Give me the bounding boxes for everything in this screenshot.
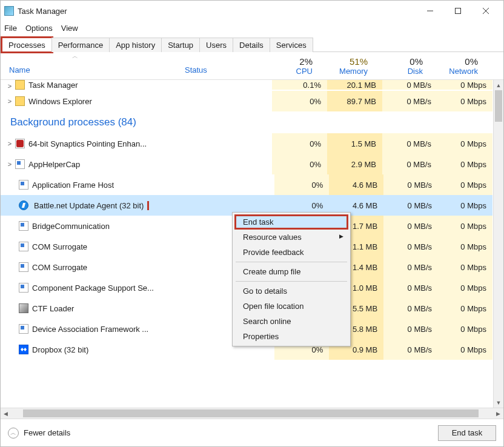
table-row[interactable]: Application Frame Host0%4.6 MB0 MB/s0 Mb… [1,174,492,195]
cell-net: 0 Mbps [438,339,492,360]
menubar: File Options View [1,21,503,35]
tab-app-history[interactable]: App history [109,38,162,52]
table-row[interactable]: >Task Manager0.1%20.1 MB0 MB/s0 Mbps [1,80,492,91]
col-cpu[interactable]: 2% CPU [264,56,319,76]
ctx-properties[interactable]: Properties [234,329,348,344]
tab-details[interactable]: Details [233,38,270,52]
cell-dsk: 0 MB/s [383,216,438,236]
cell-net: 0 Mbps [438,174,492,195]
ctx-separator [236,281,347,282]
cell-net: 0 Mbps [438,257,492,277]
ctx-separator [236,262,347,262]
scroll-up-button[interactable]: ▲ [494,80,503,90]
app-icon [19,180,28,190]
context-menu: End task Resource values Provide feedbac… [232,212,351,346]
col-network[interactable]: 0% Network [429,56,484,76]
cell-dsk: 0 MB/s [383,319,438,339]
chevron-up-icon[interactable]: ︿ [8,428,19,439]
vertical-scrollbar[interactable]: ▲ ▼ [493,80,503,408]
cell-net: 0 Mbps [437,80,492,90]
process-name: CTF Loader [32,304,197,313]
expand-chevron-icon[interactable]: > [4,98,15,105]
scroll-thumb-h[interactable] [23,409,479,417]
cell-dsk: 0 MB/s [383,236,438,257]
ctx-open-file-location[interactable]: Open file location [234,299,348,314]
cell-dsk: 0 MB/s [383,298,438,319]
tab-services[interactable]: Services [270,38,313,52]
process-name: Component Package Support Se... [32,283,197,293]
tab-startup[interactable]: Startup [161,38,200,52]
minimize-button[interactable] [416,2,444,20]
cell-net: 0 Mbps [437,154,492,174]
cell-cpu: 0% [272,91,327,111]
ctx-go-to-details[interactable]: Go to details [234,283,348,299]
close-button[interactable] [472,2,500,20]
scroll-right-button[interactable]: ▶ [493,408,503,419]
ctx-provide-feedback[interactable]: Provide feedback [234,245,348,260]
expand-chevron-icon[interactable]: > [4,82,15,90]
table-row[interactable]: >Windows Explorer0%89.7 MB0 MB/s0 Mbps [1,91,492,111]
process-name: Dropbox (32 bit) [32,345,197,354]
cell-net: 0 Mbps [438,319,492,339]
cell-net: 0 Mbps [438,298,492,319]
process-name: Task Manager [28,81,193,90]
blue-round-icon [19,200,28,210]
group-header-background: Background processes (84) [1,111,492,133]
cell-mem: 1.5 MB [327,133,382,154]
cell-dsk: 0 MB/s [382,154,437,174]
col-memory[interactable]: 51% Memory [319,56,374,76]
cell-net: 0 Mbps [437,91,492,111]
expand-chevron-icon[interactable]: > [4,140,15,147]
cell-net: 0 Mbps [438,236,492,257]
app-icon [19,324,28,334]
process-name: BridgeCommunication [32,222,197,231]
end-task-button[interactable]: End task [438,425,496,441]
cell-mem: 2.9 MB [327,154,382,174]
window-title: Task Manager [18,7,416,16]
ctx-create-dump[interactable]: Create dump file [234,264,348,279]
tabbar: Processes Performance App history Startu… [1,37,503,52]
process-name: COM Surrogate [32,242,197,251]
cell-dsk: 0 MB/s [383,174,438,195]
menu-view[interactable]: View [61,24,78,33]
cell-dsk: 0 MB/s [383,277,438,298]
fewer-details-toggle[interactable]: Fewer details [24,428,438,437]
tab-performance[interactable]: Performance [51,38,110,52]
process-table: >Task Manager0.1%20.1 MB0 MB/s0 Mbps>Win… [1,80,503,408]
cell-dsk: 0 MB/s [382,133,437,154]
red-icon [15,139,25,148]
content-area: ︿ Name Status 2% CPU 51% Memory 0% Disk … [1,52,503,446]
maximize-button[interactable] [444,2,472,20]
task-manager-window: Task Manager File Options View Processes… [0,0,504,447]
ctx-search-online[interactable]: Search online [234,314,348,329]
tab-processes[interactable]: Processes [2,38,52,52]
ctx-end-task[interactable]: End task [234,214,348,230]
cell-dsk: 0 MB/s [383,195,438,216]
app-icon [19,242,28,251]
process-name: Application Frame Host [32,180,197,190]
process-name: AppHelperCap [28,160,193,169]
cell-cpu: 0% [274,174,329,195]
col-status[interactable]: Status [185,65,264,76]
footer: ︿ Fewer details End task [1,419,503,446]
menu-file[interactable]: File [4,24,17,33]
table-row[interactable]: >64-bit Synaptics Pointing Enhan...0%1.5… [1,133,492,154]
col-name[interactable]: Name [9,65,185,76]
expand-chevron-icon[interactable]: > [4,161,15,168]
ctx-resource-values[interactable]: Resource values [234,230,348,245]
cell-mem: 20.1 MB [327,80,382,90]
cell-mem: 89.7 MB [327,91,382,111]
scroll-left-button[interactable]: ◀ [1,408,11,419]
cell-dsk: 0 MB/s [382,80,437,90]
col-disk[interactable]: 0% Disk [374,56,429,76]
menu-options[interactable]: Options [25,24,53,33]
table-row[interactable]: >AppHelperCap0%2.9 MB0 MB/s0 Mbps [1,154,492,174]
scroll-down-button[interactable]: ▼ [494,397,503,408]
scroll-thumb[interactable] [495,90,502,122]
app-icon [4,6,14,16]
horizontal-scrollbar[interactable]: ◀ ▶ [1,408,503,419]
cell-dsk: 0 MB/s [383,257,438,277]
app-icon [19,221,28,231]
cell-net: 0 Mbps [438,216,492,236]
tab-users[interactable]: Users [199,38,233,52]
